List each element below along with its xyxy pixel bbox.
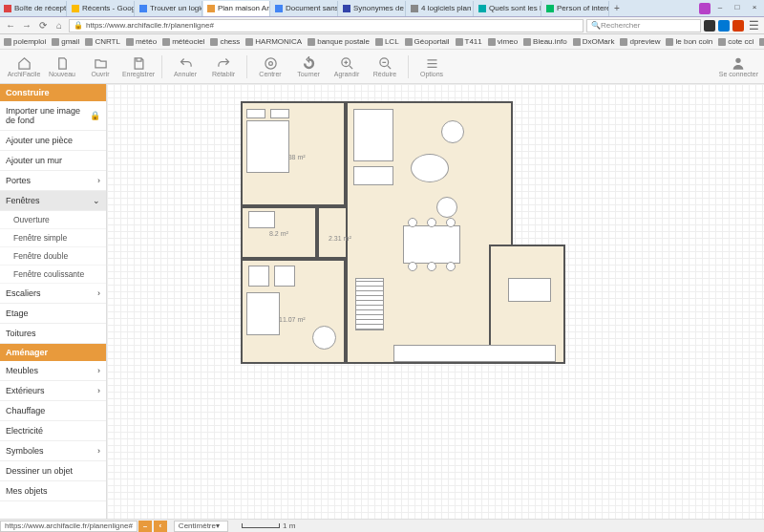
bookmark[interactable]: cote cci <box>718 37 753 46</box>
browser-tab[interactable]: Quels sont les log× <box>475 1 541 16</box>
furniture-table[interactable] <box>411 154 449 182</box>
sidebar-sub-ouverture[interactable]: Ouverture <box>0 211 106 229</box>
furniture-chair[interactable] <box>312 326 336 350</box>
zoom-in-btn[interactable]: ‹ <box>154 521 167 532</box>
sidebar-item-symboles[interactable]: Symboles› <box>0 441 106 461</box>
sidebar-item-meubles[interactable]: Meubles› <box>0 361 106 381</box>
bookmark[interactable]: DxOMark <box>573 37 615 46</box>
furniture-chair[interactable] <box>441 120 464 143</box>
window-minimize-icon[interactable]: – <box>712 3 728 14</box>
browser-tab[interactable]: Trouver un logiciel× <box>136 1 202 16</box>
bookmark[interactable]: Géoportail <box>405 37 450 46</box>
bookmark[interactable]: chess <box>210 37 240 46</box>
bookmark[interactable]: CNRTL <box>85 37 120 46</box>
furniture-sofa[interactable] <box>353 166 393 185</box>
extension-icon[interactable] <box>732 20 744 32</box>
rotate-button[interactable]: Tourner <box>290 56 327 77</box>
furniture-bed[interactable] <box>246 292 280 335</box>
extension-icon[interactable] <box>718 20 730 32</box>
nav-reload-icon[interactable]: ⟳ <box>36 19 50 32</box>
new-button[interactable]: Nouveau <box>44 56 80 77</box>
furniture-chair[interactable] <box>446 218 456 227</box>
furniture-chair[interactable] <box>446 262 456 271</box>
save-button[interactable]: Enregistrer <box>120 56 157 77</box>
window-maximize-icon[interactable]: □ <box>730 3 745 14</box>
sidebar-item-portes[interactable]: Portes› <box>0 171 106 191</box>
zoom-in-button[interactable]: Agrandir <box>329 56 365 77</box>
browser-tab[interactable]: Person of interest× <box>542 1 609 16</box>
furniture-bed[interactable] <box>246 120 289 173</box>
bookmark[interactable]: LCL <box>375 37 399 46</box>
furniture-appliance[interactable] <box>248 266 269 287</box>
furniture-chair[interactable] <box>427 262 436 271</box>
login-button[interactable]: Se connecter <box>719 55 758 77</box>
furniture-chair[interactable] <box>427 218 436 227</box>
sidebar-item-chauffage[interactable]: Chauffage <box>0 401 106 421</box>
furniture-stairs[interactable] <box>355 278 384 330</box>
nav-back-icon[interactable]: ← <box>4 19 17 32</box>
sidebar-item-escaliers[interactable]: Escaliers› <box>0 284 106 304</box>
bookmark[interactable]: météociel <box>162 37 204 46</box>
furniture-appliance[interactable] <box>274 266 295 287</box>
furniture-nightstand[interactable] <box>270 109 289 118</box>
bookmark[interactable]: banque postale <box>308 37 370 46</box>
window-close-icon[interactable]: × <box>747 3 762 14</box>
home-button[interactable]: ArchiFacile <box>6 56 42 77</box>
browser-tab[interactable]: Boîte de réception× <box>0 1 67 16</box>
open-button[interactable]: Ouvrir <box>82 56 118 77</box>
furniture-nightstand[interactable] <box>246 109 265 118</box>
nav-forward-icon[interactable]: → <box>20 19 33 32</box>
url-input[interactable]: 🔒https://www.archifacile.fr/planenligne# <box>69 19 584 32</box>
search-input[interactable]: 🔍 Rechercher <box>586 19 701 32</box>
browser-tab[interactable]: 4 logiciels plan m× <box>407 1 474 16</box>
furniture-dining-table[interactable] <box>403 225 460 264</box>
bookmark[interactable]: dpreview <box>620 37 660 46</box>
extension-icon[interactable] <box>704 20 715 32</box>
zoom-out-button[interactable]: Réduire <box>367 56 403 77</box>
furniture-chair[interactable] <box>408 262 417 271</box>
bookmark[interactable]: météo <box>126 37 157 46</box>
browser-tab[interactable]: Synonymes de ajo× <box>339 1 406 16</box>
furniture-counter[interactable] <box>393 345 556 362</box>
sidebar-item-electricite[interactable]: Electricité <box>0 421 106 441</box>
redo-button[interactable]: Rétablir <box>205 56 242 77</box>
undo-button[interactable]: Annuler <box>167 56 203 77</box>
sidebar-sub-fenetre-coulissante[interactable]: Fenêtre coulissante <box>0 266 106 284</box>
furniture-kitchen-island[interactable] <box>508 278 551 302</box>
bookmark[interactable]: Bleau.info <box>523 37 567 46</box>
sidebar-item-toitures[interactable]: Toitures <box>0 324 106 344</box>
sidebar-sub-fenetre-double[interactable]: Fenêtre double <box>0 247 106 266</box>
sidebar-item-import-bg[interactable]: Importer une image de fond🔒 <box>0 101 106 131</box>
furniture-sink[interactable] <box>248 211 275 228</box>
unit-select[interactable]: Centimètre ▾ <box>174 521 228 532</box>
sidebar-item-etage[interactable]: Etage <box>0 304 106 324</box>
browser-tab[interactable]: Récents - Google D× <box>68 1 135 16</box>
bookmark[interactable]: HARMONICA <box>245 37 302 46</box>
bookmark[interactable]: voies class hérault <box>759 37 764 46</box>
center-button[interactable]: Centrer <box>252 56 288 77</box>
furniture-chair[interactable] <box>436 197 457 218</box>
plan-canvas[interactable]: 11.88 m² 8.2 m² 2.31 m² 44.77 m² 11.07 m… <box>107 84 764 519</box>
bookmark[interactable]: vimeo <box>488 37 518 46</box>
bookmark[interactable]: polemploi <box>4 37 46 46</box>
furniture-chair[interactable] <box>408 218 417 227</box>
bookmark[interactable]: le bon coin <box>666 37 712 46</box>
browser-menu-icon[interactable]: ☰ <box>747 19 760 32</box>
nav-home-icon[interactable]: ⌂ <box>53 19 66 32</box>
browser-tab-active[interactable]: Plan maison Archi× <box>203 1 270 16</box>
floor-plan[interactable]: 11.88 m² 8.2 m² 2.31 m² 44.77 m² 11.07 m… <box>241 101 565 378</box>
sidebar-item-mes-objets[interactable]: Mes objets <box>0 481 106 501</box>
options-button[interactable]: Options <box>414 56 450 77</box>
sidebar-item-add-room[interactable]: Ajouter une pièce <box>0 131 106 151</box>
furniture-sofa[interactable] <box>353 109 393 161</box>
bookmark[interactable]: gmail <box>52 37 79 46</box>
zoom-out-btn[interactable]: – <box>138 521 152 532</box>
browser-tab[interactable]: Document sans ti× <box>271 1 338 16</box>
sidebar-item-fenetres[interactable]: Fenêtres⌄ <box>0 191 106 211</box>
bookmark[interactable]: T411 <box>456 37 482 46</box>
new-tab-button[interactable]: + <box>610 3 624 13</box>
sidebar-item-exterieurs[interactable]: Extérieurs› <box>0 381 106 401</box>
sidebar-sub-fenetre-simple[interactable]: Fenêtre simple <box>0 229 106 247</box>
sidebar-item-add-wall[interactable]: Ajouter un mur <box>0 151 106 171</box>
sidebar-item-dessiner[interactable]: Dessiner un objet <box>0 461 106 481</box>
